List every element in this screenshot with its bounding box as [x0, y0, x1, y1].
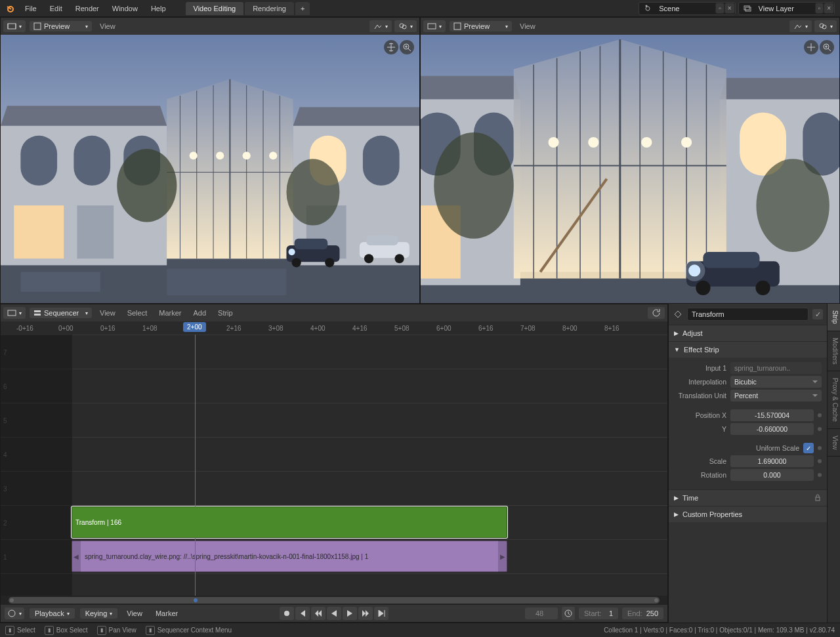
lock-icon[interactable]	[814, 494, 822, 502]
overlay-dropdown[interactable]: ▾	[394, 20, 417, 32]
strip-mute-toggle[interactable]: ✓	[812, 309, 823, 319]
end-frame-field[interactable]: End:250	[622, 607, 663, 619]
playhead-line[interactable]	[195, 335, 196, 596]
preview-menu-view[interactable]: View	[516, 22, 539, 30]
play-button[interactable]	[343, 607, 357, 620]
tab-modifiers[interactable]: Modifiers	[828, 331, 840, 372]
svg-rect-89	[8, 310, 16, 316]
menu-edit[interactable]: Edit	[43, 0, 69, 16]
keying-dropdown[interactable]: Keying▾	[80, 608, 118, 619]
view-layer-name-input[interactable]	[756, 5, 815, 12]
scene-name-input[interactable]	[656, 5, 715, 12]
menu-help[interactable]: Help	[144, 0, 173, 16]
current-frame-field[interactable]: 48	[525, 607, 558, 619]
scale-label: Scale	[674, 457, 726, 465]
position-x-field[interactable]: -15.570004	[730, 409, 814, 421]
jump-prev-keyframe-button[interactable]	[311, 607, 326, 620]
preview-mode-dropdown[interactable]: Preview▾	[450, 21, 512, 31]
jump-start-button[interactable]	[295, 607, 310, 620]
menu-file[interactable]: File	[18, 0, 43, 16]
play-reverse-button[interactable]	[327, 607, 341, 620]
pan-view-icon[interactable]	[804, 40, 818, 54]
translation-unit-label: Translation Unit	[674, 392, 726, 400]
layer-browse-icon[interactable]: ▫	[815, 3, 824, 14]
section-custom-properties[interactable]: ▶Custom Properties	[669, 506, 827, 522]
svg-rect-3	[744, 6, 749, 10]
interpolation-dropdown[interactable]: Bicubic	[730, 376, 822, 388]
workspace-tab-rendering[interactable]: Rendering	[245, 2, 294, 15]
keyframe-dot[interactable]	[818, 427, 822, 431]
menu-window[interactable]: Window	[106, 0, 144, 16]
workspace-tab-add[interactable]: +	[295, 2, 310, 15]
menu-render[interactable]: Render	[69, 0, 106, 16]
keyframe-dot[interactable]	[818, 473, 822, 477]
sequencer-editor: ▾ Sequencer▾ View Select Marker Add Stri…	[0, 304, 668, 623]
sequencer-tracks[interactable]: 7 6 5 4 3 2 1 Transform | 166 ◀ spring_t…	[1, 335, 667, 596]
scene-selector[interactable]: ▫ ×	[639, 2, 735, 15]
tab-view[interactable]: View	[828, 429, 840, 457]
keyframe-dot[interactable]	[818, 413, 822, 417]
strip-transform[interactable]: Transform | 166	[72, 506, 507, 538]
section-effect-strip[interactable]: ▼Effect Strip	[669, 342, 827, 358]
timeline-ruler[interactable]: -0+16 0+00 0+16 1+08 2+16 3+08 4+00 4+16…	[1, 321, 667, 335]
seq-menu-view[interactable]: View	[96, 309, 119, 317]
preview-menu-view[interactable]: View	[96, 22, 119, 30]
footer-marker[interactable]: Marker	[152, 609, 182, 617]
section-time[interactable]: ▶Time	[669, 490, 827, 506]
view-layer-selector[interactable]: ▫ ×	[738, 2, 835, 15]
refresh-button[interactable]	[648, 307, 665, 319]
seq-menu-strip[interactable]: Strip	[214, 309, 237, 317]
strip-handle-right[interactable]: ▶	[498, 541, 507, 572]
keyframe-dot[interactable]	[818, 446, 822, 450]
seq-menu-select[interactable]: Select	[123, 309, 152, 317]
svg-rect-81	[703, 252, 759, 268]
pan-view-icon[interactable]	[384, 40, 398, 54]
preview-mode-dropdown[interactable]: Preview ▾	[30, 21, 92, 31]
strip-handle-left[interactable]: ◀	[72, 541, 81, 572]
editor-type-dropdown[interactable]: ▾	[3, 20, 26, 32]
display-mode-dropdown[interactable]: ▾	[369, 20, 392, 32]
auto-key-toggle[interactable]	[280, 607, 294, 620]
zoom-view-icon[interactable]	[820, 40, 834, 54]
start-frame-field[interactable]: Start:1	[579, 607, 618, 619]
keyframe-dot[interactable]	[818, 459, 822, 463]
overlay-dropdown[interactable]: ▾	[814, 20, 837, 32]
position-y-field[interactable]: -0.660000	[730, 423, 814, 435]
seq-menu-marker[interactable]: Marker	[155, 309, 185, 317]
blender-logo-icon[interactable]	[3, 1, 18, 16]
auto-keying-button[interactable]: ▾	[5, 607, 24, 619]
tab-strip[interactable]: Strip	[828, 304, 840, 331]
footer-view[interactable]: View	[123, 609, 146, 617]
workspace-tab-video-editing[interactable]: Video Editing	[186, 2, 244, 15]
svg-point-2	[646, 5, 648, 7]
rotation-field[interactable]: 0.000	[730, 469, 814, 481]
display-mode-dropdown[interactable]: ▾	[789, 20, 812, 32]
preview-left-header: ▾ Preview ▾ View ▾ ▾	[1, 18, 419, 35]
jump-next-keyframe-button[interactable]	[358, 607, 373, 620]
preview-right-viewport[interactable]	[421, 35, 839, 303]
editor-type-dropdown[interactable]: ▾	[423, 20, 446, 32]
strip-image[interactable]: ◀ spring_turnaround.clay_wire.png: //..\…	[72, 541, 507, 572]
playhead-indicator[interactable]: 2+00	[183, 322, 206, 332]
strip-name-field[interactable]: Transform	[687, 308, 808, 321]
editor-type-dropdown[interactable]: ▾	[3, 307, 26, 319]
playback-dropdown[interactable]: Playback▾	[30, 608, 75, 619]
seq-menu-add[interactable]: Add	[189, 309, 210, 317]
jump-end-button[interactable]	[374, 607, 388, 620]
scene-browse-icon[interactable]: ▫	[715, 3, 724, 14]
sequence-editor-icon	[7, 308, 16, 318]
section-adjust[interactable]: ▶Adjust	[669, 325, 827, 341]
scene-close-icon[interactable]: ×	[724, 3, 735, 14]
uniform-scale-checkbox[interactable]: ✓	[803, 443, 814, 453]
clock-icon[interactable]	[562, 607, 575, 620]
tab-proxy-cache[interactable]: Proxy & Cache	[828, 371, 840, 429]
scale-field[interactable]: 1.690000	[730, 455, 814, 467]
sequencer-mode-dropdown[interactable]: Sequencer▾	[30, 308, 92, 318]
properties-category-tabs: Strip Modifiers Proxy & Cache View	[827, 304, 840, 623]
position-x-label: Position X	[674, 411, 726, 419]
translation-unit-dropdown[interactable]: Percent	[730, 390, 822, 401]
zoom-view-icon[interactable]	[400, 40, 414, 54]
preview-left-viewport[interactable]	[1, 35, 419, 303]
layer-close-icon[interactable]: ×	[824, 3, 834, 14]
timeline-scrollbar[interactable]	[1, 596, 667, 605]
